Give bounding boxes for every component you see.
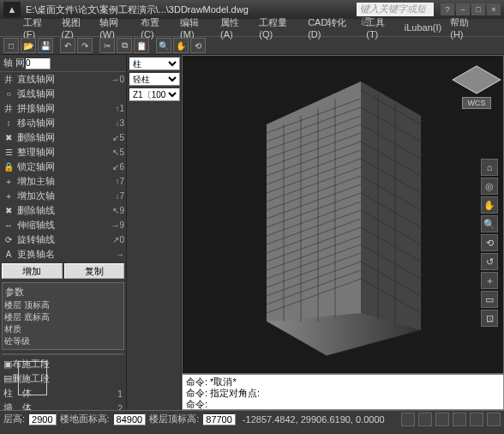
model-toggle[interactable] (470, 413, 483, 426)
tool-icon: ✖ (2, 205, 15, 217)
ground-elev-label: 楼地面标高: (60, 413, 110, 425)
zoom-icon[interactable]: 🔍 (156, 38, 171, 53)
cut-icon[interactable]: ✂ (99, 38, 115, 53)
grid-toggle[interactable] (418, 413, 432, 426)
menu-item[interactable]: 属性(A) (218, 15, 253, 41)
component-subtype-select[interactable]: 轻柱 (129, 72, 180, 86)
svg-marker-2 (361, 81, 421, 330)
menu-item[interactable]: 编辑(M) (177, 15, 214, 41)
tool-icon: ○ (2, 88, 15, 100)
axis-tool-item[interactable]: ↔伸缩轴线→9 (0, 218, 126, 232)
tool-shortcut: ↖9 (112, 206, 124, 215)
tool-shortcut: ↙5 (112, 133, 124, 142)
tool-label: 伸缩轴线 (17, 219, 111, 232)
save-icon[interactable]: 💾 (38, 38, 53, 53)
osnap-toggle[interactable] (453, 413, 466, 426)
ground-elev-field[interactable]: 84900 (113, 413, 147, 425)
cursor-coords: -12857.4842, 29906.6190, 0.0000 (243, 414, 385, 425)
view-cube[interactable]: WCS (455, 61, 498, 112)
new-icon[interactable]: □ (3, 38, 19, 53)
tool-icon: ＋ (2, 176, 15, 188)
nav-pan-icon[interactable]: ✋ (481, 196, 498, 214)
pan-icon[interactable]: ✋ (173, 38, 189, 53)
axis-tool-item[interactable]: A更换轴名→ (0, 247, 126, 262)
floor-height-field[interactable]: 2900 (28, 413, 56, 425)
param-label: 楼层 顶标高 (4, 300, 50, 310)
component-type-select[interactable]: 柱 (129, 57, 180, 70)
axis-tool-item[interactable]: ☰整理轴网↖5 (0, 145, 126, 160)
menu-item[interactable]: 视图(Z) (59, 15, 94, 41)
menu-item[interactable]: 布置(C) (138, 15, 174, 41)
menu-item[interactable]: 轴网(W) (97, 15, 135, 41)
undo-icon[interactable]: ↶ (60, 38, 75, 53)
ortho-toggle[interactable] (435, 413, 449, 426)
param-label: 楼层 底标高 (4, 312, 50, 322)
menu-item[interactable]: 帮助(H) (447, 15, 483, 41)
axis-index-input[interactable] (25, 57, 51, 69)
snap-toggle[interactable] (401, 413, 415, 426)
tool-label: 移动轴网 (17, 117, 115, 130)
nav-extent-icon[interactable]: ⊡ (481, 310, 498, 327)
axis-tool-item[interactable]: ↕移动轴网↓3 (0, 116, 126, 130)
tool-icon: ☰ (2, 147, 15, 159)
paste-icon[interactable]: 📋 (134, 38, 149, 53)
nav-rewind-icon[interactable]: ↺ (481, 253, 498, 270)
cat-icon: ▤ (3, 373, 12, 384)
tool-icon: 🔒 (2, 161, 15, 173)
param-label: 砼等级 (4, 336, 30, 346)
menu-item[interactable]: 工程(F) (21, 15, 56, 41)
axis-tool-item[interactable]: ⟳旋转轴线↗0 (0, 232, 126, 247)
nav-target-icon[interactable]: ◎ (481, 178, 498, 195)
menu-item[interactable]: 工程量(Q) (256, 15, 302, 41)
menu-item[interactable]: CAD转化(D) (305, 15, 360, 41)
category-item[interactable]: 墙 体2 (0, 401, 126, 410)
params-title: 参数 (4, 285, 122, 299)
redo-icon[interactable]: ↷ (77, 38, 93, 53)
axis-tool-item[interactable]: 井拼接轴网↑1 (0, 101, 126, 116)
copy-button[interactable]: 复制 (64, 263, 125, 279)
nav-plus-icon[interactable]: ＋ (481, 272, 498, 289)
axis-tool-item[interactable]: ○弧线轴网 (0, 87, 126, 101)
axis-tool-item[interactable]: ＋增加次轴↓7 (0, 189, 126, 203)
tool-label: 拼接轴网 (17, 102, 115, 115)
cmd-prompt: 命令: (186, 399, 500, 410)
nav-home-icon[interactable]: ⌂ (481, 159, 498, 176)
tool-shortcut: →0 (111, 75, 124, 84)
menu-item[interactable]: iLuban(I) (402, 21, 444, 34)
close-button[interactable]: × (487, 3, 501, 15)
axis-tool-item[interactable]: 井直线轴网→0 (0, 72, 126, 87)
tool-icon: 井 (2, 74, 15, 86)
tool-shortcut: ↗0 (112, 235, 124, 244)
command-line[interactable]: 命令: *取消* 命令: 指定对角点: 命令: (182, 374, 504, 410)
tool-icon: A (2, 249, 15, 261)
model-viewport[interactable]: WCS ⌂ ◎ ✋ 🔍 ⟲ ↺ ＋ ▭ ⊡ (182, 55, 504, 374)
tool-label: 更换轴名 (17, 248, 116, 261)
building-model (232, 73, 429, 356)
app-logo: ▲ (3, 2, 21, 17)
copy-icon[interactable]: ⧉ (117, 38, 132, 53)
axis-tool-item[interactable]: ＋增加主轴↑7 (0, 174, 126, 189)
open-icon[interactable]: 📂 (21, 38, 36, 53)
axis-tool-item[interactable]: ✖删除轴线↖9 (0, 203, 126, 218)
cat-key: 2 (117, 403, 123, 411)
tool-label: 删除轴线 (17, 204, 112, 217)
axis-tool-item[interactable]: 🔒锁定轴网↙6 (0, 160, 126, 174)
menu-item[interactable]: 工具(T) (363, 15, 399, 41)
component-size-select[interactable]: Z1〔100*800〕 (129, 87, 180, 101)
param-label: 材质 (4, 324, 21, 334)
tool-label: 整理轴网 (17, 146, 112, 159)
tool-shortcut: ↓7 (115, 191, 124, 201)
tool-label: 旋转轴线 (17, 233, 112, 246)
orbit-icon[interactable]: ⟲ (190, 38, 206, 53)
tool-icon: ✖ (2, 132, 15, 144)
axis-tool-item[interactable]: ✖删除轴网↙5 (0, 130, 126, 145)
nav-zoom-icon[interactable]: 🔍 (481, 215, 498, 232)
layout-toggle[interactable] (487, 413, 501, 426)
cat-key: 1 (117, 389, 123, 399)
tool-icon: 井 (2, 103, 15, 115)
nav-view-icon[interactable]: ▭ (481, 291, 498, 308)
add-button[interactable]: 增加 (2, 263, 63, 279)
nav-orbit-icon[interactable]: ⟲ (481, 234, 498, 251)
top-elev-field[interactable]: 87700 (202, 413, 236, 425)
tool-shortcut: ↑1 (115, 104, 124, 113)
